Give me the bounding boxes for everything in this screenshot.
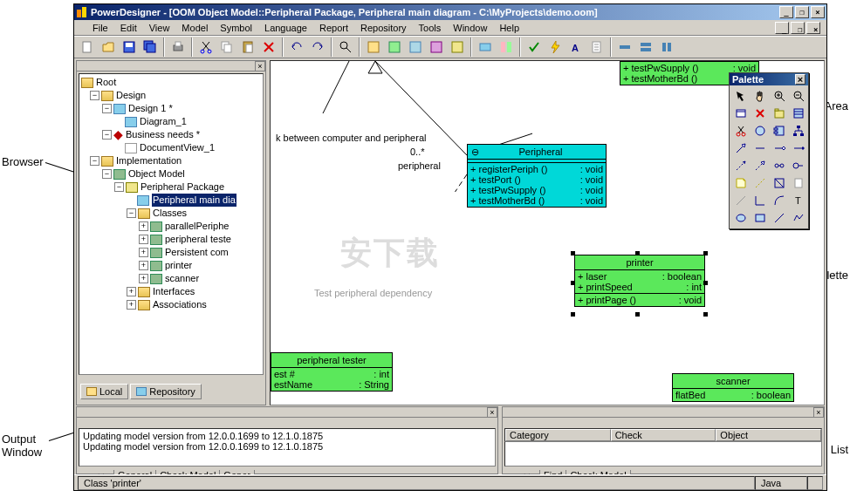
col-object[interactable]: Object <box>716 429 821 441</box>
zoom-out-tool[interactable] <box>789 87 808 105</box>
find-button[interactable] <box>336 37 355 57</box>
sel-handle[interactable] <box>571 251 575 255</box>
tb-btn-a[interactable] <box>364 37 383 57</box>
tab-repository[interactable]: Repository <box>130 384 202 399</box>
check-model-button[interactable] <box>524 37 544 57</box>
attach-tool[interactable] <box>770 174 789 192</box>
mdi-close-button[interactable]: × <box>806 22 820 34</box>
sel-handle[interactable] <box>703 251 708 255</box>
menu-language[interactable]: Language <box>258 21 313 35</box>
require-link-tool[interactable] <box>789 157 808 174</box>
polyline-tool[interactable] <box>789 209 808 227</box>
tab-local[interactable]: Local <box>80 384 128 399</box>
cut-button[interactable] <box>196 37 216 57</box>
col-check[interactable]: Check <box>611 429 716 441</box>
redo-button[interactable] <box>308 37 327 57</box>
dependency-tool[interactable] <box>731 157 751 174</box>
sel-handle[interactable] <box>703 312 708 317</box>
tree-item[interactable]: printer <box>165 259 192 272</box>
line-tool[interactable] <box>770 209 789 227</box>
tree-item-selected[interactable]: Peripheral main dia <box>152 194 236 207</box>
expand-icon[interactable]: − <box>114 182 124 192</box>
menu-repository[interactable]: Repository <box>354 21 413 35</box>
tb-btn-b[interactable] <box>385 37 404 57</box>
note-link-tool[interactable] <box>751 174 770 192</box>
expand-icon[interactable]: − <box>90 156 99 166</box>
tree-item[interactable]: Interfaces <box>153 285 195 298</box>
properties-tool[interactable] <box>731 105 751 122</box>
expand-icon[interactable]: + <box>127 300 136 310</box>
new-button[interactable] <box>78 37 97 57</box>
expand-icon[interactable]: + <box>139 261 148 270</box>
tb-x2[interactable] <box>636 37 655 57</box>
expand-icon[interactable]: + <box>139 221 148 231</box>
uml-tester[interactable]: peripheral tester est #: int estName: St… <box>271 352 393 392</box>
tb-x1[interactable] <box>615 37 634 57</box>
menu-symbol[interactable]: Symbol <box>214 21 258 35</box>
tb-btn-f[interactable] <box>476 37 495 57</box>
association-tool[interactable] <box>751 140 770 157</box>
tb-btn-c[interactable] <box>406 37 425 57</box>
tree-root[interactable]: Root <box>96 76 116 89</box>
tree-item[interactable]: scanner <box>165 272 199 285</box>
tb-btn-e[interactable] <box>448 37 467 57</box>
saveall-button[interactable] <box>141 37 160 57</box>
realization-tool[interactable] <box>751 157 770 174</box>
result-body[interactable] <box>504 442 822 467</box>
tree-item[interactable]: Design 1 * <box>128 102 173 115</box>
mdi-minimize-button[interactable]: _ <box>775 22 789 34</box>
palette-close-button[interactable]: × <box>795 74 805 85</box>
corner-tool[interactable] <box>751 192 770 209</box>
tb-text[interactable]: A <box>566 37 586 57</box>
maximize-button[interactable]: ❐ <box>795 6 809 18</box>
expand-icon[interactable]: − <box>90 91 99 100</box>
output-body[interactable]: Updating model version from 12.0.0.1699 … <box>79 428 496 467</box>
note-tool[interactable] <box>731 174 751 192</box>
hand-tool[interactable] <box>751 87 770 105</box>
mdi-icon[interactable] <box>76 22 88 34</box>
tree-item[interactable]: Associations <box>153 298 207 311</box>
uml-peripheral[interactable]: ⊖Peripheral + registerPeriph (): void + … <box>467 144 607 208</box>
menu-edit[interactable]: Edit <box>114 21 143 35</box>
expand-icon[interactable]: + <box>139 248 148 257</box>
expand-icon[interactable]: − <box>102 169 112 179</box>
ellipse-tool[interactable] <box>731 209 751 227</box>
expand-icon[interactable]: − <box>127 208 136 218</box>
open-button[interactable] <box>99 37 118 57</box>
hierarchy-tool[interactable] <box>789 122 808 140</box>
menu-view[interactable]: View <box>143 21 176 35</box>
undo-button[interactable] <box>287 37 306 57</box>
menu-window[interactable]: Window <box>447 21 493 35</box>
tb-lightning[interactable] <box>545 37 565 57</box>
minimize-button[interactable]: _ <box>779 6 793 18</box>
tree-item[interactable]: Business needs * <box>126 128 200 141</box>
tree-item[interactable]: parallelPeriphe <box>165 220 229 233</box>
file-tool[interactable] <box>789 174 808 192</box>
tb-x3[interactable] <box>657 37 676 57</box>
cut-tool[interactable] <box>731 122 751 140</box>
class-tool[interactable] <box>789 105 808 122</box>
text-tool[interactable]: T <box>789 192 808 209</box>
arc-tool[interactable] <box>770 192 789 209</box>
menu-report[interactable]: Report <box>313 21 354 35</box>
tb-doc[interactable] <box>587 37 607 57</box>
tree-item[interactable]: Diagram_1 <box>140 115 187 128</box>
menu-file[interactable]: File <box>86 21 114 35</box>
print-button[interactable] <box>168 37 188 57</box>
component-tool[interactable] <box>770 122 789 140</box>
menu-help[interactable]: Help <box>493 21 525 35</box>
sel-handle[interactable] <box>635 251 640 255</box>
rect-tool[interactable] <box>751 209 770 227</box>
tree-item[interactable]: Persistent com <box>165 246 229 259</box>
sel-handle[interactable] <box>703 281 708 285</box>
pointer-tool[interactable] <box>731 87 751 105</box>
menu-model[interactable]: Model <box>175 21 214 35</box>
delete-tool[interactable] <box>751 105 770 122</box>
tree-item[interactable]: Classes <box>153 207 187 220</box>
sel-handle[interactable] <box>571 281 575 285</box>
tree-item[interactable]: DocumentView_1 <box>140 141 215 154</box>
tree-item[interactable]: peripheral teste <box>165 233 231 246</box>
col-category[interactable]: Category <box>505 429 611 441</box>
tb-btn-d[interactable] <box>427 37 446 57</box>
mdi-restore-button[interactable]: ❐ <box>791 22 805 34</box>
